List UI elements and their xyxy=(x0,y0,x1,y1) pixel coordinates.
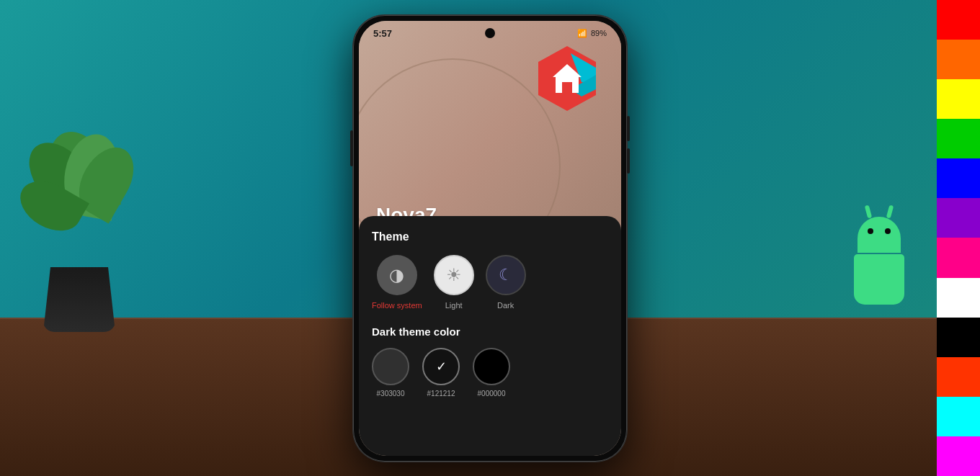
android-mascot xyxy=(836,217,922,332)
color-circle-121212: ✓ xyxy=(422,348,460,385)
color-option-121212[interactable]: ✓ #121212 xyxy=(422,348,460,398)
dark-color-section-title: Dark theme color xyxy=(372,325,608,338)
color-options-row: #303030 ✓ #121212 #000000 xyxy=(372,348,608,398)
color-label-121212: #121212 xyxy=(427,390,455,398)
phone-screen: 5:57 📶 89% xyxy=(359,21,621,456)
theme-option-light[interactable]: ☀ Light xyxy=(434,255,474,310)
color-circle-303030 xyxy=(372,348,409,385)
book-strip xyxy=(937,198,980,238)
light-icon-circle: ☀ xyxy=(434,255,474,295)
battery-icon: 89% xyxy=(591,29,607,37)
app-logo xyxy=(527,42,607,122)
theme-panel: Theme ◑ Follow system ☀ xyxy=(359,216,621,455)
book-strip xyxy=(937,0,980,40)
power-button xyxy=(350,130,353,166)
book-strip xyxy=(937,278,980,318)
book-strip xyxy=(937,238,980,277)
light-icon: ☀ xyxy=(446,265,462,285)
book-strips xyxy=(937,0,980,476)
follow-system-icon: ◑ xyxy=(389,265,404,285)
color-label-000000: #000000 xyxy=(478,390,506,398)
book-strip xyxy=(937,436,980,476)
follow-system-icon-circle: ◑ xyxy=(377,255,417,295)
follow-system-label: Follow system xyxy=(372,301,422,310)
color-option-303030[interactable]: #303030 xyxy=(372,348,409,398)
wifi-icon: 📶 xyxy=(577,29,587,38)
book-strip xyxy=(937,158,980,198)
status-icons: 📶 89% xyxy=(577,29,607,38)
dark-label: Dark xyxy=(497,301,514,310)
selected-check-icon: ✓ xyxy=(436,359,447,374)
book-strip xyxy=(937,79,980,119)
theme-option-dark[interactable]: ☾ Dark xyxy=(486,255,526,310)
color-circle-000000 xyxy=(473,348,510,385)
plant-decoration xyxy=(14,130,144,332)
book-strip xyxy=(937,40,980,79)
book-strip xyxy=(937,357,980,397)
camera-notch xyxy=(485,28,495,38)
status-time: 5:57 xyxy=(373,28,392,39)
book-strip xyxy=(937,397,980,436)
dark-icon-circle: ☾ xyxy=(486,255,526,295)
color-label-303030: #303030 xyxy=(377,390,405,398)
book-strip xyxy=(937,119,980,158)
volume-up-button xyxy=(627,116,630,141)
theme-panel-title: Theme xyxy=(372,230,608,243)
dark-icon: ☾ xyxy=(499,266,513,284)
light-label: Light xyxy=(445,301,463,310)
phone-device: 5:57 📶 89% xyxy=(353,15,627,462)
theme-options-row: ◑ Follow system ☀ Light ☾ xyxy=(372,255,608,310)
color-option-000000[interactable]: #000000 xyxy=(473,348,510,398)
theme-option-follow-system[interactable]: ◑ Follow system xyxy=(372,255,422,310)
book-strip xyxy=(937,318,980,357)
volume-down-button xyxy=(627,148,630,174)
svg-rect-4 xyxy=(562,82,572,93)
